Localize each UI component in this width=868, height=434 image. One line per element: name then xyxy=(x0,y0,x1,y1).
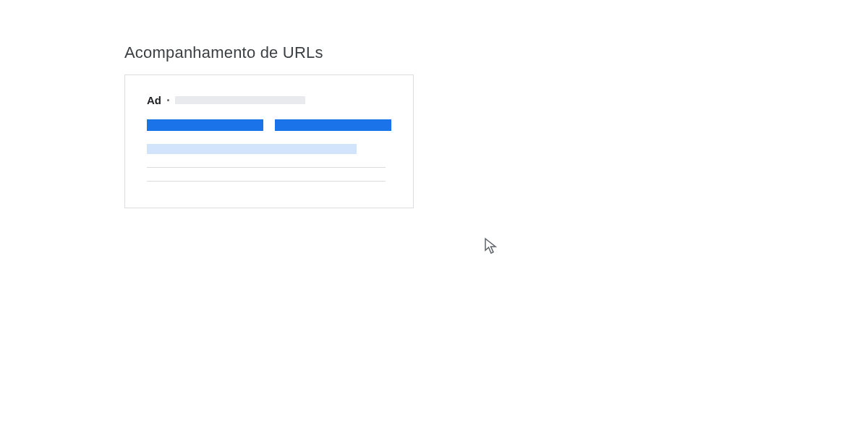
title-placeholder-1 xyxy=(147,119,263,131)
title-placeholder-2 xyxy=(275,119,391,131)
url-placeholder xyxy=(175,96,305,104)
page-heading: Acompanhamento de URLs xyxy=(124,43,323,62)
ad-preview-card: Ad xyxy=(124,75,414,208)
ad-badge: Ad xyxy=(147,94,161,106)
description-placeholder xyxy=(147,144,357,154)
divider-line xyxy=(147,167,386,168)
cursor-icon xyxy=(482,237,500,255)
ad-title-row xyxy=(147,119,391,131)
divider-line xyxy=(147,181,386,182)
ad-url-row: Ad xyxy=(147,94,391,106)
separator-dot-icon xyxy=(167,99,169,101)
